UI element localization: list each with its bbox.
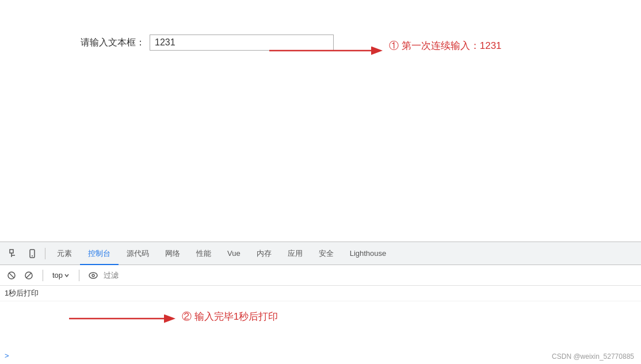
tab-vue[interactable]: Vue bbox=[219, 242, 249, 265]
csdn-watermark: CSDN @weixin_52770885 bbox=[552, 352, 634, 361]
toolbar-sep bbox=[43, 270, 43, 281]
annotation-2: ② 输入完毕1秒后打印 bbox=[177, 310, 278, 323]
annotation-text-1: ① 第一次连续输入：1231 bbox=[389, 39, 502, 52]
tab-sources[interactable]: 源代码 bbox=[119, 242, 157, 265]
tab-memory[interactable]: 内存 bbox=[249, 242, 280, 265]
tab-elements[interactable]: 元素 bbox=[49, 242, 80, 265]
clear-console-btn[interactable] bbox=[5, 269, 18, 282]
devtools-tab-bar: 元素 控制台 源代码 网络 性能 Vue 内存 应用 安全 Lighthouse bbox=[0, 242, 641, 265]
top-dropdown[interactable]: top bbox=[50, 270, 72, 281]
mobile-icon-btn[interactable] bbox=[24, 246, 40, 262]
svg-line-8 bbox=[9, 273, 14, 278]
toolbar-sep-2 bbox=[79, 270, 79, 281]
devtools-toolbar: top bbox=[0, 265, 641, 286]
svg-point-12 bbox=[92, 274, 94, 277]
annotation-1: ① 第一次连续输入：1231 bbox=[384, 39, 502, 52]
console-line-1: 1秒后打印 bbox=[0, 286, 641, 301]
input-row: 请输入文本框： bbox=[81, 35, 334, 51]
svg-rect-2 bbox=[10, 250, 13, 253]
console-output-text: 1秒后打印 bbox=[5, 288, 39, 298]
tab-console[interactable]: 控制台 bbox=[80, 242, 119, 265]
top-label: top bbox=[52, 271, 63, 279]
svg-point-11 bbox=[89, 273, 97, 278]
chevron-down-icon bbox=[64, 273, 70, 278]
annotation-text-2: ② 输入完毕1秒后打印 bbox=[182, 311, 278, 322]
block-icon-btn[interactable] bbox=[22, 269, 36, 282]
svg-rect-5 bbox=[30, 250, 35, 258]
text-input[interactable] bbox=[150, 35, 334, 51]
main-content: 请输入文本框： ① 第一次连续输入：1231 bbox=[0, 0, 641, 242]
eye-icon-btn[interactable] bbox=[86, 269, 100, 282]
tab-network[interactable]: 网络 bbox=[157, 242, 188, 265]
tab-separator-1 bbox=[45, 248, 45, 259]
tab-performance[interactable]: 性能 bbox=[188, 242, 219, 265]
tab-lighthouse[interactable]: Lighthouse bbox=[342, 242, 395, 265]
eye-icon bbox=[89, 272, 98, 279]
tab-application[interactable]: 应用 bbox=[280, 242, 311, 265]
console-prompt[interactable]: > bbox=[5, 351, 9, 360]
devtools-panel: 元素 控制台 源代码 网络 性能 Vue 内存 应用 安全 Lighthouse bbox=[0, 242, 641, 364]
inspector-icon-btn[interactable] bbox=[6, 246, 22, 262]
tab-security[interactable]: 安全 bbox=[311, 242, 342, 265]
devtools-console: 1秒后打印 > bbox=[0, 286, 641, 364]
filter-input[interactable] bbox=[104, 271, 150, 279]
svg-line-10 bbox=[26, 273, 32, 278]
input-label: 请输入文本框： bbox=[81, 37, 145, 49]
